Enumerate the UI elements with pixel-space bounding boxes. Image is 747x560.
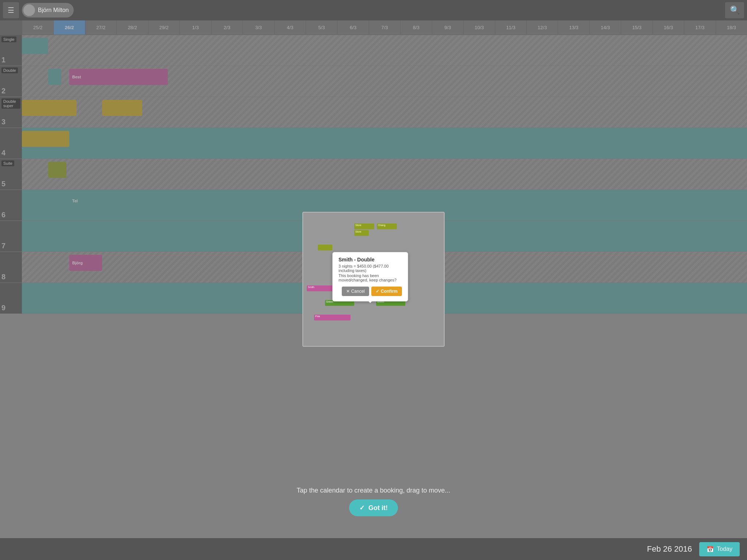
cancel-button[interactable]: ✕ Cancel [342, 287, 369, 296]
user-area: Björn Milton [22, 3, 74, 18]
menu-button[interactable]: ☰ [3, 2, 19, 18]
header: ☰ Björn Milton 🔍 [0, 0, 747, 20]
calendar-container: 25/2 26/2 27/2 28/2 29/2 1/3 2/3 3/3 4/3… [0, 20, 747, 538]
search-icon: 🔍 [730, 5, 740, 15]
check-icon: ✓ [376, 289, 379, 294]
confirm-label: Confirm [381, 289, 398, 294]
overlay: Store Chang Store Smith - Double 3 night… [0, 20, 747, 538]
menu-icon: ☰ [8, 6, 14, 15]
x-icon: ✕ [346, 289, 350, 294]
search-button[interactable]: 🔍 [725, 2, 744, 18]
tooltip-price: 3 nights = $450.00 ($477.00 including ta… [338, 264, 402, 273]
tooltip-popup: Smith - Double 3 nights = $450.00 ($477.… [332, 252, 408, 302]
checkmark-icon: ✓ [359, 504, 365, 512]
got-it-button[interactable]: ✓ Got it! [349, 499, 398, 516]
modal-window: Store Chang Store Smith - Double 3 night… [302, 212, 445, 347]
username: Björn Milton [38, 7, 69, 13]
calendar-icon: 📅 [707, 546, 714, 553]
cancel-label: Cancel [351, 289, 365, 294]
today-label: Today [717, 546, 732, 552]
today-button[interactable]: 📅 Today [699, 542, 740, 556]
avatar [23, 4, 35, 16]
confirm-button[interactable]: ✓ Confirm [371, 287, 402, 296]
instruction-area: Tap the calendar to create a booking, dr… [282, 487, 465, 516]
footer-date: Feb 26 2016 [647, 544, 692, 554]
instruction-text: Tap the calendar to create a booking, dr… [282, 487, 465, 494]
footer: Feb 26 2016 📅 Today [0, 538, 747, 560]
got-it-label: Got it! [368, 504, 388, 512]
tooltip-actions: ✕ Cancel ✓ Confirm [338, 287, 402, 296]
tooltip-title: Smith - Double [338, 257, 402, 262]
tooltip-note: This booking has been moved/changed, kee… [338, 273, 402, 282]
